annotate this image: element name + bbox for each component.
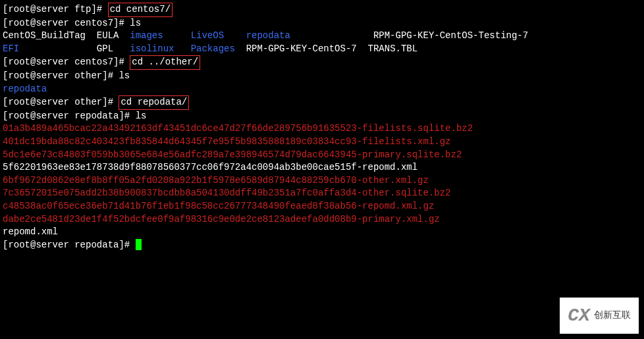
command: cd ../other/ [130,55,200,70]
prompt: [root@server other]# [3,70,119,81]
terminal-line: [root@server repodata]# ls [3,110,641,123]
prompt: [root@server repodata]# [3,111,136,121]
watermark-text: 创新互联 [594,309,631,323]
command: cd centos7/ [108,3,173,17]
terminal-line: [root@server repodata]# [3,239,641,252]
watermark-badge: CX 创新互联 [560,298,639,334]
terminal-line: [root@server ftp]# cd centos7/ [3,3,641,17]
command: ls [119,70,130,81]
prompt: [root@server repodata]# [3,240,136,250]
output-text: images LiveOS repodata [130,30,290,41]
terminal-line: [root@server centos7]# cd ../other/ [3,55,641,70]
terminal-line: [root@server other]# cd repodata/ [3,95,641,110]
output-text: repomd.xml [3,226,58,237]
terminal-line: 7c36572015e075add2b38b900837bcdbb8a50413… [3,187,641,200]
output-text: GPL [19,43,130,54]
prompt: [root@server other]# [3,97,119,107]
output-text: RPM-GPG-KEY-CentOS-Testing-7 [290,30,528,41]
output-text: dabe2ce5481d23de1f4f52bdcfee0f9af98316c9… [3,214,440,224]
terminal-output[interactable]: [root@server ftp]# cd centos7/[root@serv… [3,3,641,251]
terminal-line: [root@server centos7]# ls [3,17,641,30]
watermark-icon: CX [568,303,590,328]
terminal-line: 5dc1e6e73c84803f059bb3065e684e56adfc289a… [3,149,641,162]
terminal-line: dabe2ce5481d23de1f4f52bdcfee0f9af98316c9… [3,213,641,226]
terminal-line: [root@server other]# ls [3,70,641,83]
terminal-line: 01a3b489a465bcac22a43492163df43451dc6ce4… [3,122,641,136]
prompt: [root@server ftp]# [3,4,108,14]
output-text: 5f62201963ee83e178738d9f88078560377cc06f… [3,162,417,172]
terminal-line: EFI GPL isolinux Packages RPM-GPG-KEY-Ce… [3,43,641,56]
command: ls [130,18,141,28]
output-text: c48538ac0f65ece36eb71d41b76f1eb1f98c58cc… [3,201,434,211]
terminal-line: 401dc19bda88c82c403423fb835844d64345f7e9… [3,136,641,149]
terminal-line: 5f62201963ee83e178738d9f88078560377cc06f… [3,161,641,174]
output-text: EFI [3,43,19,54]
terminal-line: 6bf9672d0862e8ef8b8ff05a2fd0208a922b1f59… [3,174,641,188]
output-text: RPM-GPG-KEY-CentOS-7 TRANS.TBL [235,43,417,54]
terminal-line: repomd.xml [3,226,641,239]
output-text: repodata [3,84,47,94]
cursor [136,239,142,250]
output-text: 01a3b489a465bcac22a43492163df43451dc6ce4… [3,123,473,134]
command: cd repodata/ [119,95,189,110]
output-text: 6bf9672d0862e8ef8b8ff05a2fd0208a922b1f59… [3,175,429,186]
prompt: [root@server centos7]# [3,57,130,67]
output-text: 401dc19bda88c82c403423fb835844d64345f7e9… [3,136,451,147]
prompt: [root@server centos7]# [3,18,130,28]
terminal-line: CentOS_BuildTag EULA images LiveOS repod… [3,30,641,43]
output-text: 5dc1e6e73c84803f059bb3065e684e56adfc289a… [3,149,462,160]
terminal-line: repodata [3,83,641,96]
terminal-line: c48538ac0f65ece36eb71d41b76f1eb1f98c58cc… [3,200,641,213]
output-text: CentOS_BuildTag EULA [3,30,130,41]
output-text: 7c36572015e075add2b38b900837bcdbb8a50413… [3,188,451,198]
output-text: isolinux Packages [130,43,235,54]
command: ls [136,111,147,121]
